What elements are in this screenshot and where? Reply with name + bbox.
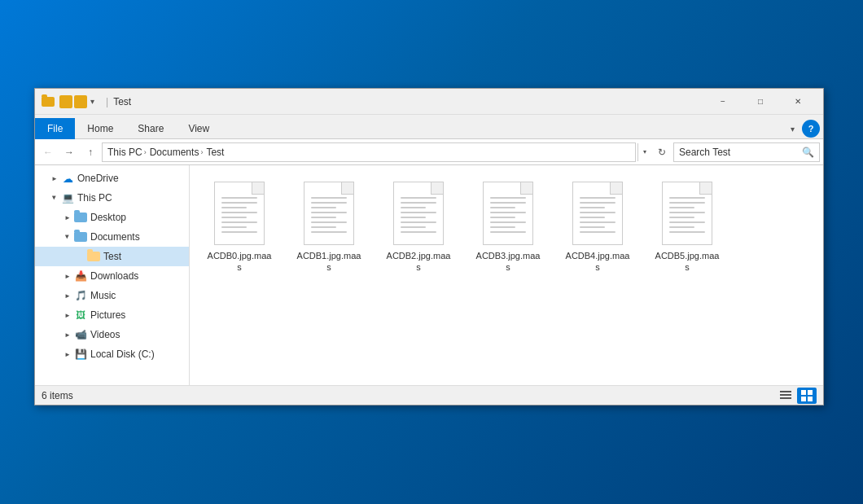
search-input[interactable] xyxy=(679,147,802,158)
test-folder-icon xyxy=(87,250,100,263)
file-item-1[interactable]: ACDB1.jpg.maas xyxy=(292,178,366,277)
sidebar-item-pictures[interactable]: ► 🖼 Pictures xyxy=(35,305,189,325)
file-item-0[interactable]: ACDB0.jpg.maas xyxy=(203,178,276,277)
expand-arrow-documents: ► xyxy=(61,230,74,243)
sidebar-item-test[interactable]: Test xyxy=(35,247,189,266)
sidebar-item-documents[interactable]: ► Documents xyxy=(35,227,189,247)
doc-page-4 xyxy=(572,182,623,245)
sidebar-item-onedrive[interactable]: ► ☁ OneDrive xyxy=(35,169,189,188)
address-dropdown-button[interactable]: ▾ xyxy=(637,143,651,161)
sidebar-item-downloads[interactable]: ► 📥 Downloads xyxy=(35,266,189,286)
doc-line xyxy=(490,217,515,218)
maximize-button[interactable]: □ xyxy=(742,89,779,115)
large-icon-view-button[interactable] xyxy=(797,388,817,404)
help-button[interactable]: ? xyxy=(802,120,820,138)
file-name-0: ACDB0.jpg.maas xyxy=(206,250,273,274)
file-item-3[interactable]: ACDB3.jpg.maas xyxy=(471,178,545,277)
svg-rect-0 xyxy=(780,391,791,392)
tab-file[interactable]: File xyxy=(35,118,75,139)
breadcrumb-test[interactable]: Test xyxy=(206,147,224,158)
doc-line xyxy=(580,221,615,223)
sidebar-item-local-disk[interactable]: ► 💾 Local Disk (C:) xyxy=(35,344,189,364)
doc-line xyxy=(221,197,257,199)
tab-share[interactable]: Share xyxy=(125,118,176,139)
documents-folder-icon xyxy=(74,230,87,243)
doc-line xyxy=(401,221,436,223)
doc-line xyxy=(580,197,615,199)
expand-arrow-onedrive: ► xyxy=(48,172,61,185)
file-item-5[interactable]: ACDB5.jpg.maas xyxy=(651,178,724,277)
doc-line xyxy=(311,212,347,213)
sidebar-item-this-pc[interactable]: ► 💻 This PC xyxy=(35,188,189,208)
ribbon-expand-button[interactable]: ▾ xyxy=(782,119,802,138)
forward-button[interactable]: → xyxy=(59,142,79,162)
svg-rect-3 xyxy=(801,390,806,395)
doc-line xyxy=(221,231,257,233)
up-button[interactable]: ↑ xyxy=(81,142,100,162)
doc-line xyxy=(401,231,436,233)
this-pc-icon: 💻 xyxy=(61,191,74,204)
file-name-2: ACDB2.jpg.maas xyxy=(385,250,452,274)
close-button[interactable]: ✕ xyxy=(779,89,817,115)
expand-arrow-downloads: ► xyxy=(61,270,74,283)
details-view-icon xyxy=(780,390,791,401)
downloads-folder-icon: 📥 xyxy=(74,270,87,283)
details-view-button[interactable] xyxy=(776,388,795,404)
qs-dropdown[interactable]: ▾ xyxy=(90,97,94,106)
file-icon-1 xyxy=(300,182,358,247)
doc-page-3 xyxy=(483,182,533,245)
window-controls: − □ ✕ xyxy=(704,89,817,115)
title-separator: | xyxy=(106,96,108,107)
doc-line xyxy=(669,197,705,199)
doc-line xyxy=(221,207,247,208)
sidebar-item-desktop[interactable]: ► Desktop xyxy=(35,208,189,227)
doc-line xyxy=(669,217,694,218)
item-count: 6 items xyxy=(42,390,73,401)
doc-line xyxy=(311,217,336,218)
file-name-4: ACDB4.jpg.maas xyxy=(564,250,631,274)
doc-line xyxy=(401,217,426,218)
breadcrumb-this-pc[interactable]: This PC › xyxy=(107,147,147,158)
doc-page-0 xyxy=(214,182,265,245)
refresh-button[interactable]: ↻ xyxy=(652,142,672,162)
search-box[interactable]: 🔍 xyxy=(673,142,820,162)
tab-view[interactable]: View xyxy=(176,118,221,139)
doc-line xyxy=(580,207,605,208)
downloads-label: Downloads xyxy=(90,270,138,282)
doc-line xyxy=(669,202,705,204)
doc-lines-1 xyxy=(311,197,347,233)
sidebar-item-music[interactable]: ► 🎵 Music xyxy=(35,286,189,305)
doc-line xyxy=(221,221,257,223)
breadcrumb-documents[interactable]: Documents › xyxy=(150,147,204,158)
doc-page-5 xyxy=(662,182,712,245)
doc-line xyxy=(580,217,605,218)
doc-page-1 xyxy=(304,182,354,245)
sidebar-item-videos[interactable]: ► 📹 Videos xyxy=(35,325,189,344)
file-name-3: ACDB3.jpg.maas xyxy=(475,250,541,274)
doc-lines-0 xyxy=(221,197,257,233)
doc-line xyxy=(401,207,426,208)
search-icon[interactable]: 🔍 xyxy=(802,147,814,158)
back-button[interactable]: ← xyxy=(38,142,58,162)
onedrive-icon: ☁ xyxy=(61,172,74,185)
onedrive-label: OneDrive xyxy=(77,173,119,184)
file-item-4[interactable]: ACDB4.jpg.maas xyxy=(561,178,634,277)
doc-line xyxy=(221,202,257,204)
tab-home[interactable]: Home xyxy=(75,118,125,139)
local-disk-label: Local Disk (C:) xyxy=(90,348,155,360)
doc-line xyxy=(311,221,347,223)
qs-btn-1[interactable] xyxy=(59,95,72,108)
file-item-2[interactable]: ACDB2.jpg.maas xyxy=(382,178,455,277)
folder-icon-small xyxy=(42,97,55,107)
address-bar[interactable]: This PC › Documents › Test xyxy=(102,142,636,162)
this-pc-label: This PC xyxy=(107,147,142,158)
videos-folder-icon: 📹 xyxy=(74,328,87,341)
doc-line xyxy=(490,207,515,208)
files-grid: ACDB0.jpg.maas ACDB1.jpg.maas xyxy=(203,178,810,277)
doc-page-2 xyxy=(393,182,444,245)
minimize-button[interactable]: − xyxy=(704,89,742,115)
chevron-icon-1: › xyxy=(144,148,147,156)
svg-rect-5 xyxy=(801,397,806,401)
expand-arrow-music: ► xyxy=(61,289,74,302)
qs-btn-2[interactable] xyxy=(74,95,87,108)
